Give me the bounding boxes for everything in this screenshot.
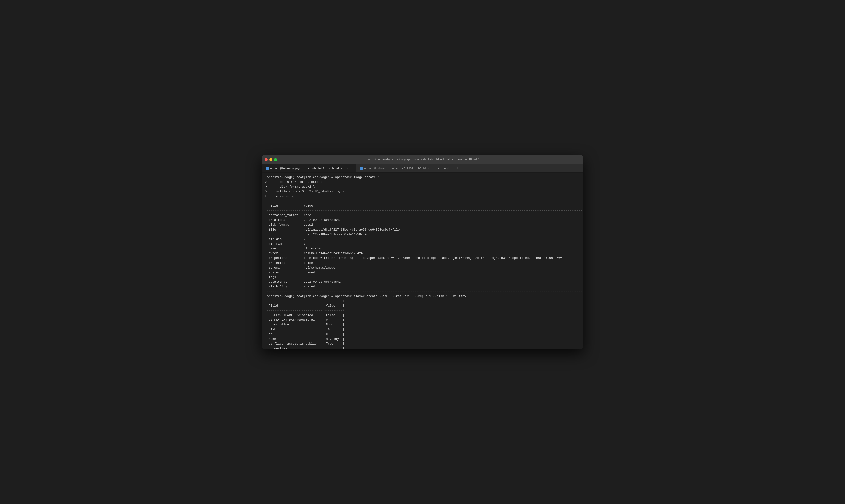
image-row-owner: | owner | bc15ba09c1464ec9b498af1a661704… (265, 251, 580, 256)
image-row-protected: | protected | False | (265, 261, 580, 266)
image-row-updated-at: | updated_at | 2022-09-03T09:48:54Z | (265, 280, 580, 284)
image-table-sep-mid: +------------------+--------------------… (265, 208, 580, 213)
tab-2[interactable]: — root@rahwana:~ — ssh -D 9009 lab3.btec… (356, 164, 453, 173)
image-row-schema: | schema | /v2/schemas/image | (265, 266, 580, 270)
image-table-header: | Field | Value | (265, 203, 580, 208)
image-table-sep-top: +------------------+--------------------… (265, 199, 580, 203)
flavor-table-sep-top: +------------------------------+--------… (265, 299, 580, 304)
flavor-row-disabled: | OS-FLV-DISABLED:disabled | False | (265, 313, 580, 318)
cmd-line-4: > --file cirros-0.5.2-x86_64-disk.img \ (265, 189, 580, 194)
tab-icon-2 (360, 167, 363, 169)
image-row-visibility: | visibility | shared | (265, 284, 580, 289)
image-row-container-format: | container_format | bare | (265, 213, 580, 218)
cmd-line-3: > --disk-format qcow2 \ (265, 184, 580, 189)
tab-label-2: — root@rahwana:~ — ssh -D 9009 lab3.btec… (364, 167, 449, 170)
cmd-line-1: (openstack-yoga) root@lab-aio-yoga:~# op… (265, 175, 580, 180)
image-row-status: | status | queued | (265, 270, 580, 275)
image-row-min-ram: | min_ram | 0 | (265, 241, 580, 246)
tab-icon-1 (265, 167, 269, 169)
flavor-row-name: | name | m1.tiny | (265, 337, 580, 342)
flavor-row-ephemeral: | OS-FLV-EXT-DATA:ephemeral | 0 | (265, 318, 580, 322)
cmd-line-5: > cirros-img (265, 194, 580, 199)
window-title: luthfi — root@lab-aio-yoga: ~ — ssh lab3… (366, 158, 479, 161)
terminal-body[interactable]: (openstack-yoga) root@lab-aio-yoga:~# op… (262, 173, 583, 349)
image-row-file: | file | /v2/images/d8aff227-18be-4b1c-a… (265, 228, 580, 232)
image-table-sep-bot: +------------------+--------------------… (265, 289, 580, 294)
flavor-row-is-public: | os-flavor-access:is_public | True | (265, 342, 580, 346)
image-row-name: | name | cirros-img | (265, 246, 580, 251)
traffic-lights (264, 158, 277, 161)
tab-label-1: — root@lab-aio-yoga: ~ — ssh lab3.btech.… (270, 167, 352, 170)
terminal-window: luthfi — root@lab-aio-yoga: ~ — ssh lab3… (262, 155, 583, 349)
flavor-table-header: | Field | Value | (265, 304, 580, 308)
titlebar: luthfi — root@lab-aio-yoga: ~ — ssh lab3… (262, 155, 583, 164)
flavor-row-properties: | properties | | (265, 346, 580, 349)
maximize-button[interactable] (274, 158, 277, 161)
image-row-tags: | tags | | (265, 275, 580, 280)
image-row-properties: | properties | os_hidden='False', owner_… (265, 256, 580, 260)
cmd-line-2: > --container-format bare \ (265, 180, 580, 184)
image-row-disk-format: | disk_format | qcow2 | (265, 222, 580, 227)
close-button[interactable] (264, 158, 268, 161)
minimize-button[interactable] (269, 158, 272, 161)
new-tab-button[interactable]: + (454, 164, 462, 173)
image-row-id: | id | d8aff227-18be-4b1c-ae50-de64058cc… (265, 232, 580, 237)
image-row-created-at: | created_at | 2022-09-03T09:48:54Z | (265, 218, 580, 222)
image-row-min-disk: | min_disk | 0 | (265, 237, 580, 241)
flavor-row-id: | id | 0 | (265, 332, 580, 337)
flavor-table-sep-mid: +------------------------------+--------… (265, 308, 580, 313)
flavor-row-disk: | disk | 10 | (265, 327, 580, 332)
tab-bar: — root@lab-aio-yoga: ~ — ssh lab3.btech.… (262, 164, 583, 173)
flavor-row-description: | description | None | (265, 322, 580, 327)
flavor-cmd-line: (openstack-yoga) root@lab-aio-yoga:~# op… (265, 294, 580, 299)
tab-1[interactable]: — root@lab-aio-yoga: ~ — ssh lab3.btech.… (262, 164, 356, 173)
